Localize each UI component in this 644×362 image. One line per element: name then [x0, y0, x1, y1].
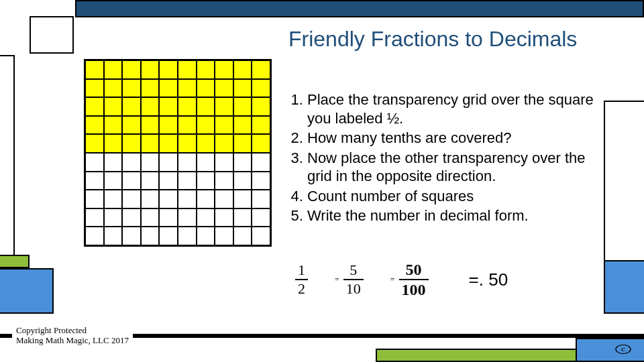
grid-cell: [215, 153, 233, 172]
grid-cell: [178, 153, 197, 172]
decimal-result: =. 50: [469, 269, 508, 290]
grid-cell: [215, 227, 233, 245]
fraction-3-num: 50: [403, 261, 425, 279]
grid-cell: [178, 172, 197, 190]
fraction-2-group: = 5 10: [335, 263, 364, 296]
fraction-3-den: 100: [399, 279, 429, 298]
grid-cell: [141, 153, 160, 172]
grid-cell: [159, 134, 178, 153]
grid-cell: [159, 172, 178, 190]
grid-cell: [104, 172, 123, 190]
grid-cell: [215, 190, 233, 208]
grid-cell: [122, 79, 141, 98]
grid-cell: [104, 60, 123, 79]
grid-cell: [197, 208, 215, 227]
grid-cell: [85, 97, 104, 116]
grid-cell: [233, 60, 252, 79]
grid-cell: [197, 97, 215, 116]
grid-cell: [85, 172, 104, 190]
instruction-step: Count number of squares: [307, 187, 612, 206]
grid-cell: [85, 60, 104, 79]
fraction-1-den: 2: [295, 279, 308, 296]
instruction-step: Now place the other transparency over th…: [307, 149, 612, 186]
decor-top-blue-bar: [75, 0, 644, 17]
grid-cell: [252, 116, 270, 135]
grid-cell: [215, 172, 233, 190]
grid-cell: [122, 134, 141, 153]
equals-1: =: [335, 275, 339, 285]
fraction-2-den: 10: [343, 279, 364, 296]
grid-cell: [141, 60, 160, 79]
grid-cell: [233, 134, 252, 153]
grid-cell: [104, 190, 123, 208]
fraction-3-group: = 50 100: [390, 261, 429, 298]
grid-cell: [252, 227, 270, 245]
decor-right-blue: [604, 260, 644, 314]
grid-cell: [85, 190, 104, 208]
grid-cell: [141, 134, 160, 153]
grid-cell: [233, 208, 252, 227]
decor-bottom-green: [376, 349, 577, 362]
grid-cell: [178, 60, 197, 79]
grid-cell: [178, 227, 197, 245]
grid-cell: [104, 227, 123, 245]
decor-bottom-blue: [576, 338, 644, 362]
grid-cell: [85, 153, 104, 172]
copyright-line-2: Making Math Magic, LLC 2017: [16, 336, 129, 346]
grid-cell: [178, 134, 197, 153]
instruction-step: Place the transparency grid over the squ…: [307, 90, 612, 127]
grid-cell: [178, 97, 197, 116]
decor-left-strip: [0, 55, 15, 256]
grid-cell: [252, 97, 270, 116]
grid-cell: [122, 60, 141, 79]
equation-row: 1 2 = 5 10 = 50 100 =. 50: [295, 261, 508, 298]
grid-cell: [215, 60, 233, 79]
grid-cell: [233, 97, 252, 116]
grid-cell: [141, 172, 160, 190]
grid-cell: [252, 134, 270, 153]
grid-cell: [252, 190, 270, 208]
decor-left-green: [0, 255, 30, 268]
grid-cell: [197, 172, 215, 190]
grid-cell: [159, 60, 178, 79]
instruction-step: How many tenths are covered?: [307, 129, 612, 147]
grid-cell: [141, 208, 160, 227]
grid-cell: [159, 190, 178, 208]
grid-cell: [85, 208, 104, 227]
grid-cell: [141, 227, 160, 245]
grid-cell: [233, 172, 252, 190]
grid-cell: [159, 97, 178, 116]
grid-cell: [122, 116, 141, 135]
grid-cell: [159, 208, 178, 227]
grid-cell: [215, 208, 233, 227]
fraction-1: 1 2: [295, 263, 308, 296]
grid-cell: [197, 153, 215, 172]
grid-cell: [197, 190, 215, 208]
grid-cell: [141, 79, 160, 98]
copyright-icon: c: [615, 345, 631, 354]
grid-cell: [197, 134, 215, 153]
grid-cell: [141, 116, 160, 135]
grid-cell: [252, 60, 270, 79]
grid-cell: [85, 79, 104, 98]
grid-cell: [141, 190, 160, 208]
grid-cell: [215, 97, 233, 116]
grid-cell: [104, 97, 123, 116]
grid-cell: [159, 79, 178, 98]
fraction-2-num: 5: [347, 263, 360, 279]
grid-cell: [215, 116, 233, 135]
grid-cell: [215, 79, 233, 98]
fraction-3: 50 100: [399, 261, 429, 298]
grid-cell: [215, 134, 233, 153]
decor-left-blue: [0, 268, 54, 314]
grid-cell: [178, 116, 197, 135]
grid-cell: [252, 153, 270, 172]
grid-cell: [122, 153, 141, 172]
grid-cell: [178, 208, 197, 227]
grid-cell: [159, 153, 178, 172]
page-title: Friendly Fractions to Decimals: [288, 27, 577, 52]
grid-cell: [233, 79, 252, 98]
instruction-step: Write the number in decimal form.: [307, 206, 612, 225]
copyright-line-1: Copyright Protected: [16, 326, 129, 336]
grid-cell: [122, 190, 141, 208]
